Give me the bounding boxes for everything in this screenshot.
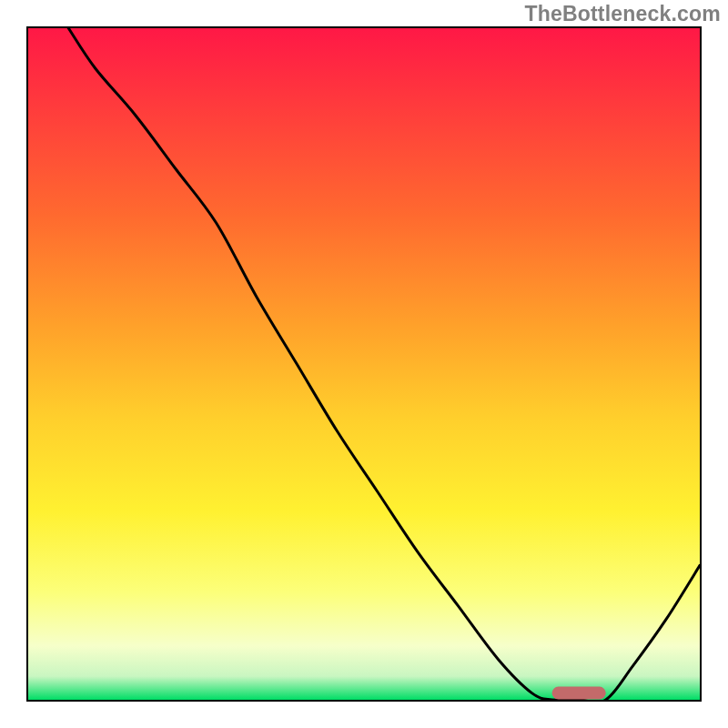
highlight-layer bbox=[552, 687, 606, 700]
optimal-range-marker bbox=[552, 687, 606, 700]
chart-container: TheBottleneck.com bbox=[0, 0, 728, 728]
gradient-background bbox=[28, 28, 700, 700]
plot-svg bbox=[28, 28, 700, 700]
plot-area bbox=[26, 26, 702, 702]
watermark-text: TheBottleneck.com bbox=[524, 2, 721, 26]
